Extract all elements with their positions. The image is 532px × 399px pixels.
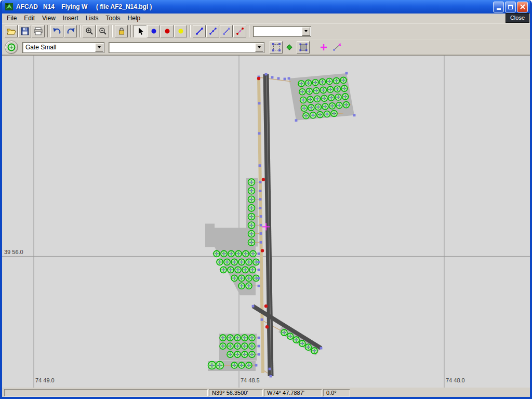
parking-spot-node[interactable] bbox=[248, 364, 249, 366]
hold-node[interactable] bbox=[264, 304, 268, 308]
parking-spot-node[interactable] bbox=[216, 253, 217, 255]
zoom-out-button[interactable] bbox=[96, 25, 109, 37]
parking-spot-node[interactable] bbox=[244, 337, 245, 338]
boundary-tool-button[interactable] bbox=[270, 41, 283, 54]
parking-spot-node[interactable] bbox=[248, 277, 249, 279]
parking-spot-node[interactable] bbox=[314, 82, 316, 83]
path-node[interactable] bbox=[259, 164, 261, 167]
path-node[interactable] bbox=[258, 132, 261, 135]
parking-spot-node[interactable] bbox=[226, 261, 228, 263]
close-button[interactable] bbox=[517, 2, 528, 12]
menu-tools[interactable]: Tools bbox=[102, 14, 124, 23]
draw-path-squares-button[interactable] bbox=[220, 25, 233, 37]
path-node[interactable] bbox=[284, 78, 286, 81]
parking-spot-node[interactable] bbox=[241, 285, 242, 287]
parking-spot-node[interactable] bbox=[241, 364, 242, 366]
hold-node[interactable] bbox=[262, 178, 265, 181]
parking-spot-node[interactable] bbox=[317, 106, 319, 108]
parking-spot-node[interactable] bbox=[344, 96, 346, 97]
menu-help[interactable]: Help bbox=[124, 14, 144, 23]
hold-node[interactable] bbox=[265, 325, 269, 328]
parking-spot-node[interactable] bbox=[303, 108, 305, 109]
parking-spot-node[interactable] bbox=[300, 83, 302, 84]
parking-spot-node[interactable] bbox=[313, 350, 315, 351]
add-node-tool[interactable] bbox=[317, 41, 330, 54]
parking-spot-node[interactable] bbox=[250, 224, 252, 226]
parking-spot-node[interactable] bbox=[211, 364, 212, 366]
object-combo[interactable] bbox=[253, 26, 311, 37]
parking-spot-node[interactable] bbox=[345, 104, 347, 105]
yellow-node-tool-button[interactable] bbox=[174, 25, 187, 37]
path-node[interactable] bbox=[295, 119, 298, 122]
menu-lists[interactable]: Lists bbox=[82, 14, 102, 23]
parking-spot-node[interactable] bbox=[255, 261, 257, 263]
parking-spot-node[interactable] bbox=[250, 198, 252, 200]
path-node[interactable] bbox=[252, 305, 255, 308]
undo-button[interactable] bbox=[50, 25, 63, 37]
parking-spot-node[interactable] bbox=[283, 331, 285, 333]
parking-spot-node[interactable] bbox=[250, 181, 252, 183]
parking-spot-node[interactable] bbox=[330, 97, 332, 98]
select-tool-button[interactable] bbox=[134, 25, 147, 37]
path-node[interactable] bbox=[260, 215, 262, 218]
parking-spot-node[interactable] bbox=[245, 253, 246, 255]
parking-spot-node[interactable] bbox=[250, 216, 252, 217]
lock-button[interactable] bbox=[115, 25, 128, 37]
menu-file[interactable]: File bbox=[3, 14, 20, 23]
parking-spot-node[interactable] bbox=[219, 261, 220, 263]
parking-spot-node[interactable] bbox=[219, 364, 220, 366]
parking-spot-node[interactable] bbox=[250, 190, 252, 191]
parking-spot-node[interactable] bbox=[251, 337, 252, 338]
parking-spot-node[interactable] bbox=[244, 353, 245, 355]
hold-node[interactable] bbox=[261, 249, 264, 252]
path-node[interactable] bbox=[258, 269, 260, 271]
maximize-button[interactable] bbox=[505, 2, 516, 12]
path-node[interactable] bbox=[258, 102, 261, 104]
parking-spot-node[interactable] bbox=[255, 277, 257, 279]
draw-runway-path-button[interactable] bbox=[233, 25, 246, 37]
path-node[interactable] bbox=[258, 345, 260, 348]
parking-spot-node[interactable] bbox=[244, 269, 246, 271]
parking-spot-node[interactable] bbox=[241, 261, 242, 263]
link-tool[interactable] bbox=[331, 41, 343, 54]
parking-spot-node[interactable] bbox=[312, 114, 314, 116]
path-node[interactable] bbox=[260, 241, 262, 244]
parking-spot-node[interactable] bbox=[233, 277, 235, 279]
parking-spot-node[interactable] bbox=[250, 233, 252, 234]
parking-spot-node[interactable] bbox=[329, 89, 331, 90]
parking-spot-node[interactable] bbox=[229, 353, 231, 355]
menu-insert[interactable]: Insert bbox=[59, 14, 82, 23]
path-node[interactable] bbox=[258, 252, 260, 255]
red-node-tool-button[interactable] bbox=[161, 25, 174, 37]
path-node[interactable] bbox=[345, 72, 348, 75]
airport-canvas[interactable]: 39 56.074 49.074 48.574 48.0 bbox=[2, 55, 530, 388]
gate-name-dropdown-button[interactable] bbox=[255, 43, 263, 52]
parking-spot-node[interactable] bbox=[337, 88, 338, 90]
diamond-tool[interactable] bbox=[283, 41, 296, 54]
parking-spot-node[interactable] bbox=[222, 269, 224, 271]
path-node[interactable] bbox=[258, 285, 260, 287]
draw-taxi-path-button[interactable] bbox=[193, 25, 206, 37]
path-node[interactable] bbox=[259, 198, 262, 201]
path-node[interactable] bbox=[353, 114, 356, 116]
path-node[interactable] bbox=[261, 318, 263, 321]
parking-spot-node[interactable] bbox=[230, 269, 231, 271]
parking-spot-node[interactable] bbox=[323, 89, 324, 91]
parking-spot-node[interactable] bbox=[308, 82, 309, 84]
object-combo-dropdown-button[interactable] bbox=[302, 27, 310, 36]
parking-spot-node[interactable] bbox=[250, 242, 252, 243]
path-node[interactable] bbox=[320, 347, 323, 350]
parking-spot-node[interactable] bbox=[310, 107, 312, 108]
parking-spot-node[interactable] bbox=[289, 335, 291, 337]
parking-spot-node[interactable] bbox=[301, 91, 303, 92]
parking-spot-node[interactable] bbox=[248, 285, 249, 287]
draw-taxi-line-button[interactable] bbox=[206, 25, 219, 37]
parking-spot-node[interactable] bbox=[241, 277, 242, 279]
parking-spot-node[interactable] bbox=[244, 345, 245, 347]
runway[interactable] bbox=[266, 74, 271, 376]
menu-view[interactable]: View bbox=[38, 14, 59, 23]
parking-spot-node[interactable] bbox=[252, 253, 254, 255]
parking-spot-node[interactable] bbox=[222, 345, 223, 347]
path-node[interactable] bbox=[288, 77, 290, 80]
path-node[interactable] bbox=[258, 277, 260, 280]
